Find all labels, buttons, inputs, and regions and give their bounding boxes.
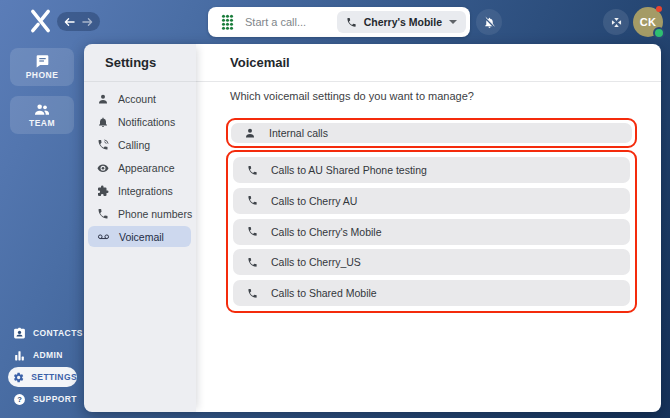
sidebar-bottom-nav: CONTACTS ADMIN SETTINGS ? SUPPORT xyxy=(0,322,84,410)
person-icon xyxy=(244,127,256,139)
settings-menu-label: Account xyxy=(118,93,156,105)
voicemail-option-label: Calls to Cherry's Mobile xyxy=(271,226,382,238)
voicemail-settings-main: Voicemail Which voicemail settings do yo… xyxy=(196,44,661,412)
annotation-box-internal-calls: Internal calls xyxy=(226,118,637,148)
phone-icon xyxy=(246,257,258,268)
settings-menu-label: Voicemail xyxy=(119,231,164,243)
sidebar-item-phone[interactable]: PHONE xyxy=(10,48,74,86)
settings-card: Settings Account Notifications xyxy=(84,44,661,412)
sidebar-item-support[interactable]: ? SUPPORT xyxy=(0,388,84,410)
voicemail-option-button[interactable]: Calls to Cherry's Mobile xyxy=(233,219,630,245)
history-nav xyxy=(57,12,100,31)
voicemail-option-button[interactable]: Calls to AU Shared Phone testing xyxy=(233,157,630,183)
sidebar-item-label: ADMIN xyxy=(33,350,63,360)
sidebar-item-label: SUPPORT xyxy=(33,394,77,404)
page-title: Voicemail xyxy=(196,44,661,82)
person-icon xyxy=(97,93,109,105)
sidebar-item-label: CONTACTS xyxy=(33,328,83,338)
settings-menu-label: Notifications xyxy=(118,116,175,128)
settings-menu-item-integrations[interactable]: Integrations xyxy=(84,179,196,202)
voicemail-option-label: Calls to Cherry_US xyxy=(271,256,361,268)
forward-arrow-icon[interactable] xyxy=(82,17,93,27)
contact-card-icon xyxy=(13,327,26,340)
sidebar-item-label: SETTINGS xyxy=(31,372,77,382)
svg-text:?: ? xyxy=(17,395,22,404)
help-icon: ? xyxy=(13,393,26,406)
internal-calls-button[interactable]: Internal calls xyxy=(231,123,632,143)
settings-menu-item-appearance[interactable]: Appearance xyxy=(84,156,196,179)
bar-chart-icon xyxy=(13,349,26,362)
settings-menu-label: Appearance xyxy=(118,162,175,174)
gear-icon xyxy=(13,371,24,384)
user-avatar[interactable]: CK xyxy=(633,7,663,37)
sidebar-item-admin[interactable]: ADMIN xyxy=(0,344,84,366)
puzzle-icon xyxy=(97,185,109,197)
avatar-initials: CK xyxy=(640,16,657,28)
voicemail-option-label: Calls to AU Shared Phone testing xyxy=(271,164,427,176)
eye-icon xyxy=(97,162,109,174)
settings-menu-label: Integrations xyxy=(118,185,173,197)
settings-menu-item-notifications[interactable]: Notifications xyxy=(84,110,196,133)
voicemail-question-text: Which voicemail settings do you want to … xyxy=(230,90,474,102)
phone-icon xyxy=(246,288,258,299)
collapse-window-button[interactable] xyxy=(603,9,629,35)
settings-menu-item-voicemail[interactable]: Voicemail xyxy=(88,226,191,247)
settings-menu-item-account[interactable]: Account xyxy=(84,87,196,110)
voicemail-option-button[interactable]: Calls to Cherry AU xyxy=(233,188,630,214)
phone-icon xyxy=(346,17,357,28)
back-arrow-icon[interactable] xyxy=(64,17,75,27)
chat-bubble-icon xyxy=(35,54,50,68)
settings-nav-panel: Settings Account Notifications xyxy=(84,44,196,412)
people-icon xyxy=(34,103,50,116)
phone-icon xyxy=(246,226,258,237)
collapse-icon xyxy=(610,16,623,29)
dialpad-icon xyxy=(221,14,234,30)
phone-icon xyxy=(97,208,109,220)
start-call-input[interactable] xyxy=(245,16,337,28)
caller-id-label: Cherry's Mobile xyxy=(364,16,442,28)
voicemail-option-label: Calls to Cherry AU xyxy=(271,195,357,207)
sidebar-item-contacts[interactable]: CONTACTS xyxy=(0,322,84,344)
online-status-dot xyxy=(653,27,665,39)
voicemail-icon xyxy=(97,231,110,243)
bell-off-icon xyxy=(483,16,496,29)
settings-menu-label: Calling xyxy=(118,139,150,151)
voicemail-content: Which voicemail settings do you want to … xyxy=(196,82,661,411)
voicemail-option-label: Internal calls xyxy=(269,127,328,139)
settings-menu-item-phone-numbers[interactable]: Phone numbers xyxy=(84,202,196,225)
settings-menu: Account Notifications Calling xyxy=(84,82,196,247)
sidebar-item-team[interactable]: TEAM xyxy=(10,96,74,134)
start-call-bar[interactable]: Cherry's Mobile xyxy=(208,7,470,37)
brand-logo-x[interactable] xyxy=(28,7,53,35)
annotation-box-call-options: Calls to AU Shared Phone testing Calls t… xyxy=(226,150,637,313)
voicemail-option-button[interactable]: Calls to Cherry_US xyxy=(233,249,630,275)
chevron-down-icon xyxy=(449,20,457,24)
notifications-muted-button[interactable] xyxy=(476,9,502,35)
voicemail-option-label: Calls to Shared Mobile xyxy=(271,287,377,299)
settings-panel-title: Settings xyxy=(84,44,196,82)
alert-dot xyxy=(656,6,662,12)
caller-id-selector[interactable]: Cherry's Mobile xyxy=(337,11,466,33)
phone-icon xyxy=(246,195,258,206)
settings-menu-label: Phone numbers xyxy=(118,208,192,220)
settings-menu-item-calling[interactable]: Calling xyxy=(84,133,196,156)
sidebar-item-label: PHONE xyxy=(26,70,59,80)
phone-in-talk-icon xyxy=(97,139,109,151)
bell-icon xyxy=(97,116,109,128)
app-window: Cherry's Mobile CK xyxy=(0,0,670,418)
voicemail-option-button[interactable]: Calls to Shared Mobile xyxy=(233,280,630,306)
sidebar-item-settings[interactable]: SETTINGS xyxy=(8,367,77,387)
phone-icon xyxy=(246,165,258,176)
sidebar-item-label: TEAM xyxy=(29,118,55,128)
